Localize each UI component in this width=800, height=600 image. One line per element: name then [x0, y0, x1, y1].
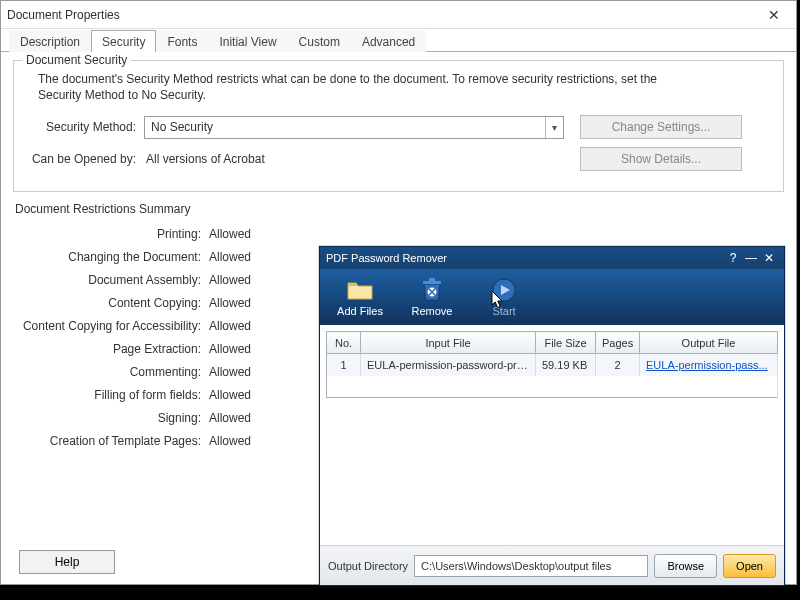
- restriction-label: Filling of form fields:: [13, 388, 209, 402]
- cell-input: EULA-permission-password-prot...: [361, 354, 536, 376]
- security-method-row: Security Method: No Security ▾ Change Se…: [26, 115, 771, 139]
- file-table-area: No. Input File File Size Pages Output Fi…: [320, 325, 784, 404]
- minimize-icon[interactable]: —: [742, 251, 760, 265]
- restriction-row: Printing:Allowed: [13, 222, 784, 245]
- security-method-select[interactable]: No Security ▾: [144, 116, 564, 139]
- opened-by-row: Can be Opened by: All versions of Acroba…: [26, 147, 771, 171]
- table-row[interactable]: 1 EULA-permission-password-prot... 59.19…: [327, 354, 778, 376]
- table-empty: [327, 376, 778, 398]
- tab-initial-view[interactable]: Initial View: [208, 30, 287, 52]
- help-button[interactable]: Help: [19, 550, 115, 574]
- show-details-button[interactable]: Show Details...: [580, 147, 742, 171]
- tab-strip: Description Security Fonts Initial View …: [1, 29, 796, 52]
- restriction-label: Changing the Document:: [13, 250, 209, 264]
- output-link[interactable]: EULA-permission-pass...: [646, 359, 768, 371]
- toolbar: Add Files Remove Start: [320, 269, 784, 325]
- restriction-label: Commenting:: [13, 365, 209, 379]
- cell-no: 1: [327, 354, 361, 376]
- titlebar: Document Properties ✕: [1, 1, 796, 29]
- restriction-label: Document Assembly:: [13, 273, 209, 287]
- open-button[interactable]: Open: [723, 554, 776, 578]
- output-directory-input[interactable]: [414, 555, 648, 577]
- restriction-label: Content Copying for Accessibility:: [13, 319, 209, 333]
- restriction-value: Allowed: [209, 342, 251, 356]
- tab-fonts[interactable]: Fonts: [156, 30, 208, 52]
- window-title: PDF Password Remover: [326, 252, 724, 264]
- restriction-value: Allowed: [209, 227, 251, 241]
- pdf-password-remover-window: PDF Password Remover ? — ✕ Add Files Rem…: [319, 246, 785, 586]
- tab-security[interactable]: Security: [91, 30, 156, 52]
- restriction-value: Allowed: [209, 319, 251, 333]
- svg-rect-0: [423, 281, 441, 284]
- cell-pages: 2: [596, 354, 640, 376]
- restriction-value: Allowed: [209, 411, 251, 425]
- start-button[interactable]: Start: [480, 277, 528, 317]
- col-input[interactable]: Input File: [361, 332, 536, 354]
- security-method-value: No Security: [145, 120, 545, 134]
- col-size[interactable]: File Size: [536, 332, 596, 354]
- restriction-value: Allowed: [209, 434, 251, 448]
- output-directory-label: Output Directory: [328, 560, 408, 572]
- titlebar: PDF Password Remover ? — ✕: [320, 247, 784, 269]
- trash-icon: [418, 277, 446, 303]
- restriction-label: Printing:: [13, 227, 209, 241]
- opened-by-label: Can be Opened by:: [26, 152, 144, 166]
- chevron-down-icon: ▾: [545, 117, 563, 138]
- browse-button[interactable]: Browse: [654, 554, 717, 578]
- restriction-value: Allowed: [209, 388, 251, 402]
- col-pages[interactable]: Pages: [596, 332, 640, 354]
- document-security-group: Document Security The document's Securit…: [13, 60, 784, 192]
- tab-advanced[interactable]: Advanced: [351, 30, 426, 52]
- tab-description[interactable]: Description: [9, 30, 91, 52]
- restriction-value: Allowed: [209, 296, 251, 310]
- add-files-label: Add Files: [337, 305, 383, 317]
- file-table: No. Input File File Size Pages Output Fi…: [326, 331, 778, 398]
- group-legend: Document Security: [22, 53, 131, 67]
- bottom-bar: Output Directory Browse Open: [320, 545, 784, 585]
- restriction-label: Content Copying:: [13, 296, 209, 310]
- table-header-row: No. Input File File Size Pages Output Fi…: [327, 332, 778, 354]
- restriction-label: Creation of Template Pages:: [13, 434, 209, 448]
- remove-button[interactable]: Remove: [408, 277, 456, 317]
- col-output[interactable]: Output File: [640, 332, 778, 354]
- restriction-value: Allowed: [209, 250, 251, 264]
- security-method-label: Security Method:: [26, 120, 144, 134]
- folder-icon: [346, 277, 374, 303]
- svg-rect-1: [429, 278, 435, 281]
- add-files-button[interactable]: Add Files: [336, 277, 384, 317]
- restriction-value: Allowed: [209, 273, 251, 287]
- help-icon[interactable]: ?: [724, 251, 742, 265]
- restriction-label: Signing:: [13, 411, 209, 425]
- restriction-value: Allowed: [209, 365, 251, 379]
- cell-size: 59.19 KB: [536, 354, 596, 376]
- tab-custom[interactable]: Custom: [288, 30, 351, 52]
- change-settings-button[interactable]: Change Settings...: [580, 115, 742, 139]
- window-title: Document Properties: [7, 8, 758, 22]
- security-description: The document's Security Method restricts…: [38, 71, 678, 103]
- play-icon: [490, 277, 518, 303]
- restrictions-title: Document Restrictions Summary: [15, 202, 784, 216]
- col-no[interactable]: No.: [327, 332, 361, 354]
- cell-output: EULA-permission-pass...: [640, 354, 778, 376]
- close-icon[interactable]: ✕: [760, 251, 778, 265]
- start-label: Start: [492, 305, 515, 317]
- remove-label: Remove: [412, 305, 453, 317]
- close-icon[interactable]: ✕: [758, 7, 790, 23]
- opened-by-value: All versions of Acrobat: [144, 152, 564, 166]
- restriction-label: Page Extraction:: [13, 342, 209, 356]
